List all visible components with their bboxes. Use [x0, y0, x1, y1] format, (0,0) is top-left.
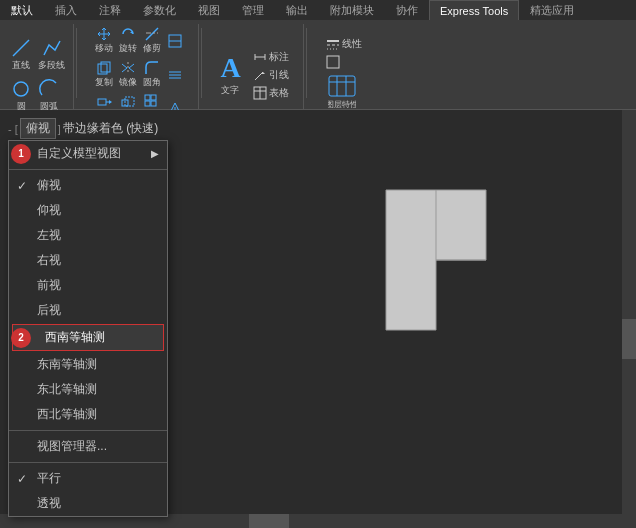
tab-view[interactable]: 视图: [187, 0, 231, 20]
arc-tool[interactable]: 圆弧: [36, 76, 62, 115]
trim-tool[interactable]: 修剪: [141, 24, 163, 57]
scroll-thumb-h[interactable]: [249, 514, 289, 528]
circle-tool[interactable]: 圆: [8, 76, 34, 115]
svg-rect-37: [329, 76, 355, 96]
tab-default[interactable]: 默认: [0, 0, 44, 20]
svg-line-0: [13, 40, 29, 56]
svg-point-1: [14, 82, 28, 96]
svg-rect-14: [98, 99, 106, 105]
fillet-tool[interactable]: 圆角: [141, 58, 163, 91]
tab-featured[interactable]: 精选应用: [519, 0, 585, 20]
menu-item-nw-iso[interactable]: 西北等轴测: [9, 402, 167, 427]
svg-rect-20: [151, 95, 156, 100]
divider-3: [306, 28, 307, 98]
divider-1: [76, 28, 77, 98]
layer-extra[interactable]: [323, 54, 365, 70]
menu-sep-1: [9, 169, 167, 170]
tab-annotate[interactable]: 注释: [88, 0, 132, 20]
leader-tool[interactable]: 引线: [250, 67, 292, 83]
tab-output[interactable]: 输出: [275, 0, 319, 20]
tab-insert[interactable]: 插入: [44, 0, 88, 20]
viewport: - [ 俯视 ] 带边缘着色 (快速) 1 自定义模型视图 俯视 仰视 左视 右…: [0, 110, 636, 528]
menu-num-1: 1: [11, 144, 31, 164]
menu-item-back[interactable]: 后视: [9, 298, 167, 323]
svg-rect-18: [125, 97, 134, 106]
view-name-box[interactable]: 俯视: [20, 118, 56, 139]
view-style-label[interactable]: 带边缘着色 (快速): [63, 120, 158, 137]
modify-extra2[interactable]: [165, 65, 185, 85]
menu-item-custom-view[interactable]: 1 自定义模型视图: [9, 141, 167, 166]
view-dropdown-menu: 1 自定义模型视图 俯视 仰视 左视 右视 前视 后视 2 西南等轴测 东南等轴…: [8, 140, 168, 517]
move-tool[interactable]: 移动: [93, 24, 115, 57]
svg-rect-22: [151, 101, 156, 106]
table-tool[interactable]: 表格: [250, 85, 292, 101]
scrollbar-vertical[interactable]: [622, 110, 636, 528]
menu-item-se-iso[interactable]: 东南等轴测: [9, 352, 167, 377]
menu-sep-3: [9, 462, 167, 463]
menu-item-view-manager[interactable]: 视图管理器...: [9, 434, 167, 459]
tab-param[interactable]: 参数化: [132, 0, 187, 20]
tab-collab[interactable]: 协作: [385, 0, 429, 20]
scroll-thumb-v[interactable]: [622, 319, 636, 359]
polyline-tool[interactable]: 多段线: [36, 35, 67, 74]
svg-text:图层特性: 图层特性: [328, 100, 356, 109]
svg-line-3: [146, 28, 158, 40]
menu-item-sw-iso[interactable]: 2 西南等轴测: [12, 324, 164, 351]
menu-item-left[interactable]: 左视: [9, 223, 167, 248]
text-tool[interactable]: A 文字: [215, 49, 245, 100]
mirror-tool[interactable]: 镜像: [117, 58, 139, 91]
tab-bar: 默认 插入 注释 参数化 视图 管理 输出 附加模块 协作 Express To…: [0, 0, 636, 20]
menu-item-perspective[interactable]: 透视: [9, 491, 167, 516]
ribbon: 默认 插入 注释 参数化 视图 管理 输出 附加模块 协作 Express To…: [0, 0, 636, 110]
menu-item-ne-iso[interactable]: 东北等轴测: [9, 377, 167, 402]
menu-sep-2: [9, 430, 167, 431]
dimension-tool[interactable]: 标注: [250, 49, 292, 65]
menu-item-right[interactable]: 右视: [9, 248, 167, 273]
rotate-tool[interactable]: 旋转: [117, 24, 139, 57]
line-tool[interactable]: 直线: [8, 35, 34, 74]
3d-shape: [356, 170, 556, 373]
svg-line-28: [255, 72, 263, 80]
svg-rect-19: [145, 95, 150, 100]
svg-rect-36: [327, 56, 339, 68]
menu-num-2: 2: [11, 328, 31, 348]
svg-marker-16: [109, 100, 112, 104]
menu-item-parallel[interactable]: 平行: [9, 466, 167, 491]
layer-properties-tool[interactable]: 图层特性: [323, 72, 365, 114]
tab-express[interactable]: Express Tools: [429, 0, 519, 20]
svg-rect-21: [145, 101, 150, 106]
tab-manage[interactable]: 管理: [231, 0, 275, 20]
view-label-container[interactable]: - [ 俯视 ] 带边缘着色 (快速): [8, 118, 158, 139]
divider-2: [201, 28, 202, 98]
tab-addons[interactable]: 附加模块: [319, 0, 385, 20]
linetype-tool[interactable]: 线性: [323, 36, 365, 52]
menu-item-front[interactable]: 前视: [9, 273, 167, 298]
modify-extra1[interactable]: [165, 31, 185, 51]
menu-item-bottom[interactable]: 仰视: [9, 198, 167, 223]
copy-tool[interactable]: 复制: [93, 58, 115, 91]
menu-item-top[interactable]: 俯视: [9, 173, 167, 198]
